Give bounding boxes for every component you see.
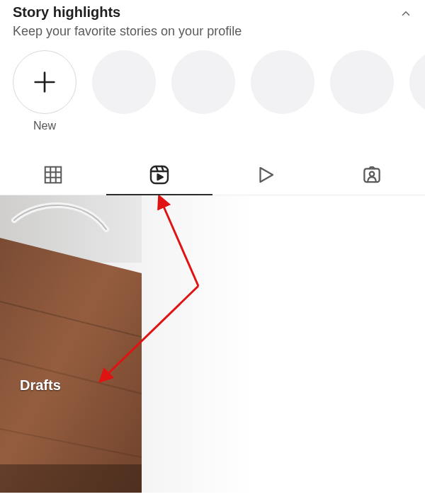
collapse-highlights-button[interactable] — [400, 4, 412, 23]
drafts-label: Drafts — [0, 377, 61, 493]
tagged-icon — [361, 164, 382, 185]
svg-rect-13 — [364, 168, 379, 182]
tab-reels[interactable] — [106, 155, 212, 195]
story-highlights-title: Story highlights — [13, 4, 120, 21]
new-highlight-label: New — [33, 120, 56, 132]
svg-rect-2 — [45, 167, 62, 183]
tab-grid[interactable] — [0, 155, 106, 195]
new-highlight-button[interactable] — [13, 50, 76, 114]
svg-marker-12 — [261, 168, 273, 182]
drafts-reel-thumbnail[interactable]: Drafts — [0, 195, 142, 493]
reels-icon — [148, 164, 171, 186]
plus-icon — [30, 68, 59, 96]
tab-play[interactable] — [212, 155, 319, 195]
svg-line-21 — [159, 197, 198, 286]
story-highlights-subtitle: Keep your favorite stories on your profi… — [0, 23, 425, 46]
content-area: Drafts — [0, 195, 425, 493]
profile-tab-bar — [0, 155, 425, 195]
highlight-placeholder — [171, 50, 235, 114]
svg-point-14 — [370, 172, 375, 177]
grid-icon — [42, 164, 64, 185]
tab-tagged[interactable] — [319, 155, 425, 195]
svg-marker-11 — [158, 174, 163, 180]
chevron-up-icon — [400, 7, 412, 20]
highlight-placeholder — [330, 50, 394, 114]
highlight-placeholder — [409, 50, 425, 114]
play-icon — [255, 164, 276, 185]
highlights-row: New — [0, 46, 425, 132]
highlight-placeholder — [251, 50, 314, 114]
highlight-placeholder — [92, 50, 156, 114]
